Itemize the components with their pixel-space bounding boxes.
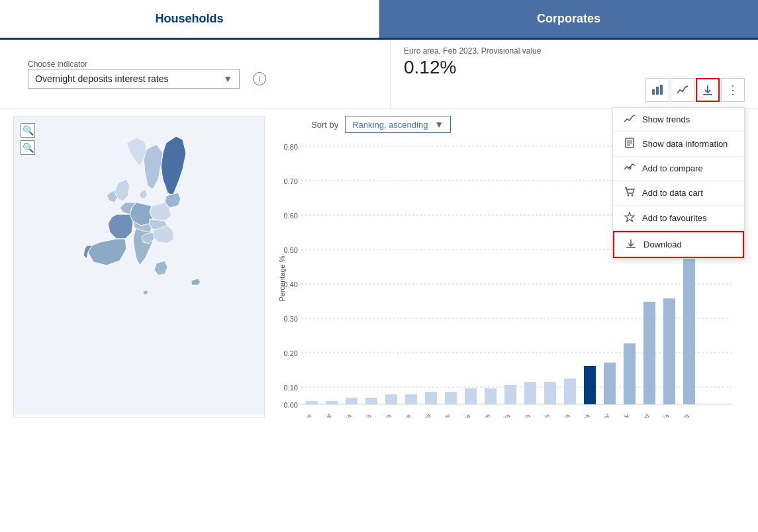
zoom-in-btn[interactable]: 🔍	[21, 123, 35, 138]
dropdown-add-compare[interactable]: Add to compare	[613, 157, 744, 181]
indicator-dropdown-arrow: ▼	[223, 73, 232, 84]
svg-rect-33	[306, 401, 318, 404]
info-icon[interactable]: i	[253, 72, 266, 85]
star-icon	[624, 212, 636, 224]
svg-text:0.00: 0.00	[284, 401, 298, 409]
svg-rect-53	[504, 385, 516, 404]
svg-rect-49	[465, 388, 477, 404]
svg-text:France: France	[454, 412, 472, 418]
svg-text:Lithuania: Lithuania	[351, 412, 373, 418]
svg-rect-61	[584, 366, 596, 404]
dropdown-menu: Show trends Show data information Add to…	[612, 107, 745, 259]
sort-value: Ranking, ascending	[352, 120, 428, 130]
download-label: Download	[643, 240, 682, 249]
stats-label: Euro area, Feb 2023, Provisional value	[404, 46, 745, 56]
show-data-info-label: Show data information	[642, 139, 728, 149]
svg-text:Belgium: Belgium	[471, 412, 491, 418]
europe-map	[14, 116, 265, 414]
svg-text:Ireland: Ireland	[414, 412, 432, 418]
trends-icon	[624, 114, 636, 125]
add-compare-label: Add to compare	[642, 163, 703, 173]
svg-rect-41	[385, 394, 397, 404]
sort-label: Sort by	[311, 120, 338, 130]
svg-rect-57	[544, 382, 556, 404]
svg-text:Spain: Spain	[536, 412, 551, 418]
svg-rect-35	[326, 401, 338, 404]
svg-rect-37	[346, 398, 357, 404]
download-icon-btn[interactable]	[696, 78, 720, 102]
line-chart-icon-btn[interactable]	[671, 78, 694, 102]
svg-rect-47	[445, 392, 457, 404]
svg-point-10	[632, 195, 634, 197]
svg-point-9	[628, 195, 630, 197]
svg-text:0.60: 0.60	[284, 212, 298, 220]
indicator-dropdown[interactable]: Overnight deposits interest rates ▼	[28, 69, 240, 89]
svg-text:0.30: 0.30	[284, 315, 298, 323]
map-zoom-controls: 🔍 🔍	[21, 123, 35, 155]
add-data-cart-label: Add to data cart	[642, 188, 703, 198]
cart-icon	[624, 187, 636, 199]
tab-households[interactable]: Households	[0, 0, 379, 38]
dropdown-add-data-cart[interactable]: Add to data cart	[613, 181, 744, 206]
zoom-out-btn[interactable]: 🔍	[21, 140, 35, 155]
stats-value: 0.12%	[404, 57, 745, 78]
tab-corporates[interactable]: Corporates	[379, 0, 758, 38]
svg-rect-39	[365, 398, 377, 404]
svg-text:Percentage %: Percentage %	[278, 255, 286, 301]
more-options-btn[interactable]: ⋮	[721, 78, 745, 102]
svg-text:0.20: 0.20	[284, 349, 298, 357]
svg-rect-2	[660, 85, 663, 95]
svg-text:0.70: 0.70	[284, 177, 298, 185]
show-trends-label: Show trends	[642, 114, 690, 124]
svg-rect-51	[485, 388, 497, 404]
svg-text:Austria: Austria	[653, 412, 671, 418]
svg-text:Malta: Malta	[497, 412, 512, 418]
svg-marker-11	[625, 212, 634, 222]
add-favourites-label: Add to favourites	[642, 213, 707, 223]
svg-rect-43	[405, 394, 417, 404]
svg-rect-55	[524, 382, 536, 404]
svg-text:Italy: Italy	[618, 412, 631, 418]
svg-rect-45	[425, 392, 437, 404]
svg-rect-67	[643, 302, 655, 404]
sort-dropdown[interactable]: Ranking, ascending ▼	[345, 116, 451, 133]
dropdown-download[interactable]: Download	[613, 231, 744, 258]
svg-text:0.80: 0.80	[284, 143, 298, 151]
svg-text:0.10: 0.10	[284, 384, 298, 392]
svg-text:Slovakia: Slovakia	[371, 412, 392, 418]
svg-rect-59	[564, 378, 576, 404]
dropdown-show-trends[interactable]: Show trends	[613, 108, 744, 132]
svg-text:Finland: Finland	[632, 412, 650, 418]
svg-text:Portugal: Portugal	[312, 412, 333, 418]
svg-rect-65	[624, 343, 636, 404]
dropdown-show-data-info[interactable]: Show data information	[613, 132, 744, 157]
svg-text:Greece: Greece	[393, 412, 412, 418]
svg-text:Germany: Germany	[589, 412, 611, 418]
svg-text:Euro area: Euro area	[567, 412, 591, 418]
svg-text:Slovenia: Slovenia	[550, 412, 571, 418]
svg-text:Cyprus: Cyprus	[295, 412, 313, 418]
data-info-icon	[624, 138, 636, 150]
sort-dropdown-arrow: ▼	[434, 119, 444, 130]
compare-icon	[624, 163, 636, 174]
map-area: 🔍 🔍	[13, 116, 265, 418]
indicator-value: Overnight deposits interest rates	[35, 73, 169, 84]
indicator-label: Choose indicator	[28, 60, 355, 69]
svg-text:Latvia: Latvia	[336, 412, 352, 418]
svg-text:0.50: 0.50	[284, 246, 298, 254]
svg-rect-1	[656, 87, 659, 95]
dropdown-add-favourites[interactable]: Add to favourites	[613, 206, 744, 231]
svg-rect-63	[604, 363, 616, 404]
svg-rect-69	[663, 298, 675, 404]
svg-rect-0	[652, 89, 655, 95]
bar-chart-icon-btn[interactable]	[645, 78, 669, 102]
svg-text:Estonia: Estonia	[512, 412, 531, 418]
download-menu-icon	[625, 238, 637, 251]
toolbar: ⋮ Show trends Show data information	[645, 78, 745, 102]
